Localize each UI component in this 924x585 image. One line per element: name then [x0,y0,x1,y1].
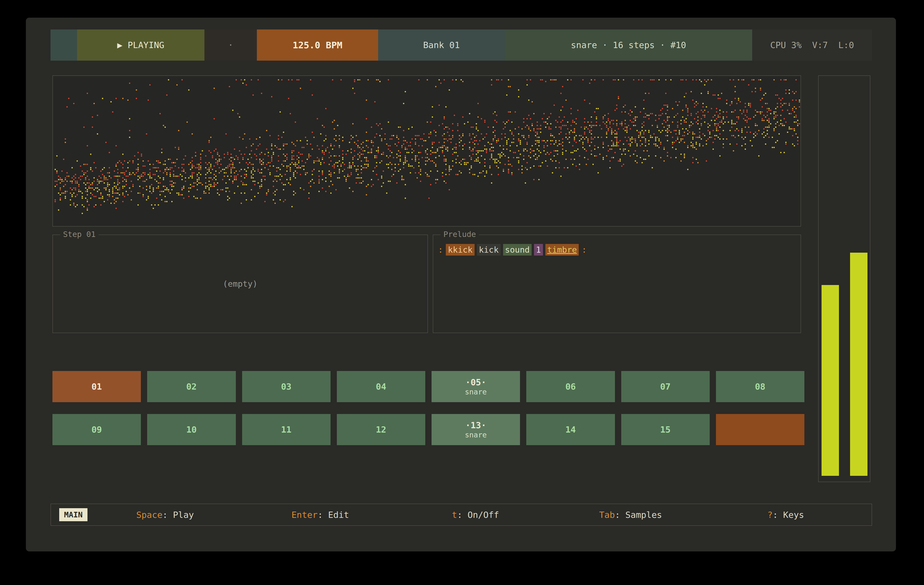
system-stats: CPU 3% V:7 L:0 [752,30,872,61]
hint-key: Space [136,510,162,520]
step-panel-title: Step 01 [60,230,99,239]
track-info-label: snare · 16 steps · #10 [571,40,686,50]
step-cell-label: 01 [91,382,102,392]
track-info: snare · 16 steps · #10 [505,30,752,61]
code-token-colon-close: : [581,244,587,255]
hint-key: t [452,510,457,520]
step-cell-label: 04 [376,382,386,392]
step-cell-08[interactable]: 08 [716,371,804,402]
hint-action: : Edit [318,510,349,520]
step-cell-label: 03 [281,382,291,392]
status-bar: MAIN Space: Play Enter: Edit t: On/Off T… [51,504,872,526]
level-meter-left [822,285,839,476]
step-cell-label: 02 [186,382,197,392]
bank-label: Bank 01 [423,40,460,50]
step-cell-label: 08 [755,382,765,392]
step-cell-label: 15 [660,425,670,435]
separator-dot: · [228,40,233,50]
hint-key: Tab [599,510,615,520]
app-window: ▶ PLAYING · 125.0 BPM Bank 01 snare · 16… [26,18,896,551]
hint-onoff: t: On/Off [398,510,553,520]
step-cell-07[interactable]: 07 [621,371,710,402]
code-token-sound: sound [503,244,531,255]
bpm-display[interactable]: 125.0 BPM [257,30,378,61]
hint-action: : On/Off [457,510,499,520]
hint-key: Enter [291,510,317,520]
step-cell-sample-name: snare [465,431,487,439]
step-cell-label: 09 [91,425,102,435]
step-cell-14[interactable]: 14 [526,414,615,445]
mode-badge: MAIN [59,508,87,521]
hint-play: Space: Play [87,510,243,520]
step-grid: 01 02 03 04 ·05· snare 06 07 08 09 10 [53,371,804,445]
step-cell-label: 07 [660,382,670,392]
step-cell-12[interactable]: 12 [337,414,425,445]
step-cell-05[interactable]: ·05· snare [432,371,520,402]
level-meter-panel [818,75,870,482]
system-stats-label: CPU 3% V:7 L:0 [771,40,854,50]
step-cell-11[interactable]: 11 [242,414,330,445]
separator-segment: · [205,30,257,61]
code-token-1: 1 [534,244,543,255]
step-cell-sample-name: snare [465,388,487,396]
step-cell-label: ·13· [465,420,487,430]
step-cell-03[interactable]: 03 [242,371,330,402]
transport-status[interactable]: ▶ PLAYING [77,30,205,61]
step-cell-label: 12 [376,425,386,435]
step-cell-01[interactable]: 01 [53,371,141,402]
hint-keys: ?: Keys [708,510,863,520]
prelude-panel-title: Prelude [441,230,479,239]
step-detail-panel: Step 01 (empty) [53,234,428,333]
step-cell-10[interactable]: 10 [147,414,236,445]
step-cell-04[interactable]: 04 [337,371,425,402]
accent-block [51,30,77,61]
sample-visualizer-panel [53,75,801,227]
code-token-colon-open: : [437,244,444,255]
step-cell-label: 14 [566,425,576,435]
step-cell-15[interactable]: 15 [621,414,710,445]
step-cell-label: ·05· [465,377,487,387]
step-cell-label: 06 [566,382,576,392]
hint-action: : Play [162,510,194,520]
step-empty-label: (empty) [223,279,257,288]
step-cell-02[interactable]: 02 [147,371,236,402]
hint-key: ? [767,510,773,520]
prelude-code-line[interactable]: :kkickkicksound1timbre: [437,244,796,256]
code-token-kick: kick [477,244,501,255]
step-cell-label: 11 [281,425,291,435]
step-cell-16[interactable] [716,414,804,445]
code-token-kkick: kkick [446,244,474,255]
transport-status-label: ▶ PLAYING [117,40,164,50]
hint-action: : Samples [615,510,662,520]
code-token-timbre: timbre [545,244,579,255]
sample-visualizer-canvas [53,76,800,226]
level-meter-right [850,253,868,476]
step-cell-09[interactable]: 09 [53,414,141,445]
hint-edit: Enter: Edit [243,510,398,520]
hint-action: : Keys [773,510,804,520]
topbar: ▶ PLAYING · 125.0 BPM Bank 01 snare · 16… [51,30,872,61]
step-cell-06[interactable]: 06 [526,371,615,402]
step-cell-13[interactable]: ·13· snare [432,414,520,445]
prelude-panel: Prelude :kkickkicksound1timbre: [433,234,801,333]
step-cell-label: 10 [186,425,197,435]
bank-display[interactable]: Bank 01 [378,30,505,61]
hint-samples: Tab: Samples [553,510,708,520]
bpm-value: 125.0 BPM [293,40,342,51]
